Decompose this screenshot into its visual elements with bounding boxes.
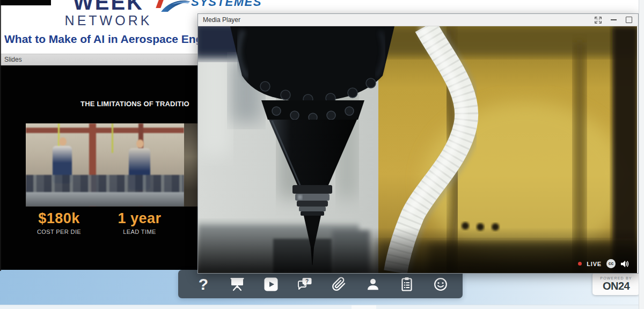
survey-button[interactable] bbox=[394, 272, 419, 297]
resources-button[interactable] bbox=[327, 272, 352, 297]
chat-question-icon: ? bbox=[297, 277, 313, 292]
play-icon bbox=[264, 277, 278, 291]
smiley-icon bbox=[433, 277, 448, 292]
slides-window-titlebar[interactable]: Slides bbox=[0, 54, 197, 65]
aviation-week-logo-week: WEEK bbox=[52, 0, 165, 13]
dassault-systemes-logo: SYSTEMES bbox=[157, 0, 272, 12]
console-toolbar: ? ? bbox=[178, 270, 463, 298]
qna-question-glyph: ? bbox=[305, 278, 309, 284]
paperclip-icon bbox=[332, 277, 346, 291]
maximize-icon[interactable] bbox=[626, 17, 632, 23]
volume-button[interactable] bbox=[620, 260, 630, 268]
live-label: LIVE bbox=[587, 261, 602, 267]
slide-heading: THE LIMITATIONS OF TRADITIO bbox=[80, 100, 189, 108]
on24-branding-badge[interactable]: POWERED BY ON24 bbox=[592, 273, 640, 295]
speaker-bio-button[interactable] bbox=[361, 272, 385, 297]
aviation-week-logo-network: NETWORK bbox=[52, 13, 165, 27]
media-player-button[interactable] bbox=[259, 272, 283, 297]
minimize-icon[interactable] bbox=[611, 19, 617, 20]
powered-by-label: POWERED BY bbox=[592, 276, 640, 280]
page-title: What to Make of AI in Aerospace Engin bbox=[4, 33, 213, 46]
stat-value: $180k bbox=[21, 210, 97, 227]
dassault-wordmark: SYSTEMES bbox=[191, 0, 262, 9]
presentation-screen-icon bbox=[230, 277, 245, 291]
media-player-window: Media Player bbox=[197, 13, 639, 274]
qna-button[interactable]: ? bbox=[292, 272, 317, 297]
on24-logo: ON24 bbox=[592, 280, 640, 292]
live-dot-icon bbox=[578, 262, 582, 266]
left-window-edge bbox=[0, 0, 1, 271]
slide-stat-leadtime: 1 year LEAD TIME bbox=[102, 210, 177, 235]
slide-photo-2-sliver bbox=[184, 123, 197, 207]
media-player-title: Media Player bbox=[198, 16, 595, 24]
slide-canvas: THE LIMITATIONS OF TRADITIO $180k COST P… bbox=[0, 65, 197, 270]
feedback-button[interactable] bbox=[428, 272, 453, 297]
closed-captions-button[interactable]: cc bbox=[606, 259, 616, 268]
slides-window: Slides THE LIMITATIONS OF TRADITIO $180k… bbox=[0, 54, 197, 271]
person-icon bbox=[366, 277, 380, 291]
question-mark-icon: ? bbox=[199, 276, 208, 292]
stat-label: COST PER DIE bbox=[21, 229, 97, 235]
speaker-icon bbox=[620, 260, 630, 268]
media-player-titlebar[interactable]: Media Player bbox=[198, 14, 638, 26]
stat-label: LEAD TIME bbox=[102, 229, 177, 235]
top-edge-bar bbox=[0, 0, 51, 5]
vertical-scrollbar[interactable] bbox=[639, 0, 644, 309]
aviation-week-network-logo: WEEK NETWORK bbox=[52, 0, 165, 30]
slides-button[interactable] bbox=[225, 272, 250, 297]
expand-icon[interactable] bbox=[595, 17, 602, 24]
video-scene-cnc-machine bbox=[198, 26, 637, 273]
bottom-strip-notch bbox=[352, 305, 376, 309]
stat-value: 1 year bbox=[102, 210, 177, 227]
slide-photo-factory-workers bbox=[26, 123, 184, 207]
video-frame: LIVE cc bbox=[198, 26, 637, 273]
help-button[interactable]: ? bbox=[191, 272, 216, 297]
3ds-swoosh-icon bbox=[157, 0, 192, 12]
slide-stat-cost: $180k COST PER DIE bbox=[21, 210, 97, 235]
clipboard-icon bbox=[400, 277, 413, 292]
bottom-window-strip bbox=[0, 305, 644, 309]
video-controls: LIVE cc bbox=[578, 259, 630, 268]
